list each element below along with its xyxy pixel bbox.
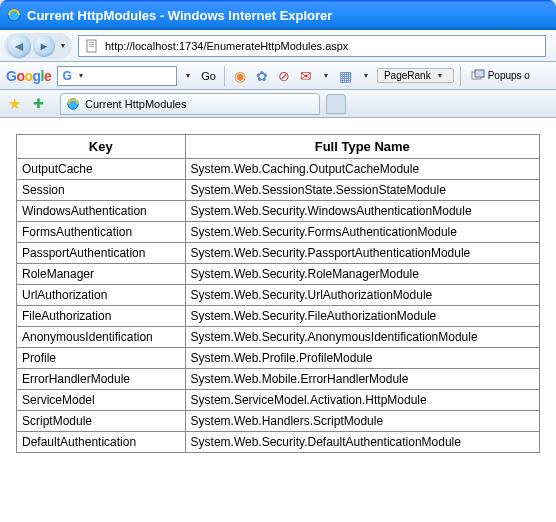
table-header-row: Key Full Type Name <box>17 135 540 159</box>
table-cell-key: ServiceModel <box>17 390 186 411</box>
table-cell-type: System.Web.Security.DefaultAuthenticatio… <box>185 432 539 453</box>
table-row: FileAuthorizationSystem.Web.Security.Fil… <box>17 306 540 327</box>
nav-history-dropdown[interactable]: ▾ <box>56 41 70 50</box>
table-cell-type: System.ServiceModel.Activation.HttpModul… <box>185 390 539 411</box>
ie-icon <box>6 7 22 23</box>
google-search-box[interactable]: G ▾ <box>57 66 177 86</box>
table-cell-key: ScriptModule <box>17 411 186 432</box>
table-cell-type: System.Web.Security.WindowsAuthenticatio… <box>185 201 539 222</box>
pagerank-label: PageRank <box>384 70 431 81</box>
nav-toolbar: ◄ ► ▾ <box>0 30 556 62</box>
back-button[interactable]: ◄ <box>7 34 31 58</box>
table-cell-type: System.Web.Security.FileAuthorizationMod… <box>185 306 539 327</box>
table-row: PassportAuthenticationSystem.Web.Securit… <box>17 243 540 264</box>
table-row: FormsAuthenticationSystem.Web.Security.F… <box>17 222 540 243</box>
table-cell-type: System.Web.Handlers.ScriptModule <box>185 411 539 432</box>
table-cell-key: FileAuthorization <box>17 306 186 327</box>
table-cell-key: WindowsAuthentication <box>17 201 186 222</box>
table-cell-key: FormsAuthentication <box>17 222 186 243</box>
table-cell-type: System.Web.Security.RoleManagerModule <box>185 264 539 285</box>
window-titlebar: Current HttpModules - Windows Internet E… <box>0 0 556 30</box>
table-cell-key: AnonymousIdentification <box>17 327 186 348</box>
popups-button[interactable]: Popups o <box>467 68 534 84</box>
table-cell-key: Profile <box>17 348 186 369</box>
table-header-type: Full Type Name <box>185 135 539 159</box>
window-title: Current HttpModules - Windows Internet E… <box>27 8 332 23</box>
google-g-icon: G <box>60 69 74 83</box>
table-row: ScriptModuleSystem.Web.Handlers.ScriptMo… <box>17 411 540 432</box>
popups-label: Popups o <box>488 70 530 81</box>
table-row: UrlAuthorizationSystem.Web.Security.UrlA… <box>17 285 540 306</box>
table-cell-type: System.Web.Caching.OutputCacheModule <box>185 159 539 180</box>
separator <box>224 66 225 86</box>
google-toolbar: Google G ▾ ▾ Go ◉ ✿ ⊘ ✉ ▾ ▦ ▾ PageRank▾ … <box>0 62 556 90</box>
table-cell-type: System.Web.Security.FormsAuthenticationM… <box>185 222 539 243</box>
table-cell-type: System.Web.SessionState.SessionStateModu… <box>185 180 539 201</box>
pagerank-button[interactable]: PageRank▾ <box>377 68 454 83</box>
block-icon[interactable]: ⊘ <box>275 67 293 85</box>
table-header-key: Key <box>17 135 186 159</box>
separator <box>460 66 461 86</box>
new-tab-button[interactable] <box>326 94 346 114</box>
svg-rect-4 <box>89 46 94 47</box>
svg-rect-6 <box>475 70 484 77</box>
toolbar-dropdown-2[interactable]: ▾ <box>359 71 373 80</box>
favorites-icon[interactable]: ★ <box>4 94 24 114</box>
address-input[interactable] <box>103 40 543 52</box>
mail-dropdown[interactable]: ▾ <box>319 71 333 80</box>
table-row: ProfileSystem.Web.Profile.ProfileModule <box>17 348 540 369</box>
table-row: OutputCacheSystem.Web.Caching.OutputCach… <box>17 159 540 180</box>
svg-rect-3 <box>89 44 94 45</box>
svg-rect-2 <box>89 42 94 43</box>
table-cell-type: System.Web.Profile.ProfileModule <box>185 348 539 369</box>
table-cell-key: RoleManager <box>17 264 186 285</box>
table-row: SessionSystem.Web.SessionState.SessionSt… <box>17 180 540 201</box>
table-cell-key: DefaultAuthentication <box>17 432 186 453</box>
toolbar-icon-2[interactable]: ▦ <box>337 67 355 85</box>
table-row: RoleManagerSystem.Web.Security.RoleManag… <box>17 264 540 285</box>
add-favorite-icon[interactable]: ✚ <box>28 94 48 114</box>
ie-icon <box>65 96 81 112</box>
arrow-left-icon: ◄ <box>12 38 26 54</box>
forward-button[interactable]: ► <box>33 35 55 57</box>
go-label: Go <box>201 70 216 82</box>
table-cell-key: PassportAuthentication <box>17 243 186 264</box>
page-content: Key Full Type Name OutputCacheSystem.Web… <box>0 118 556 522</box>
nav-buttons-group: ◄ ► ▾ <box>4 33 72 59</box>
bookmark-icon[interactable]: ✿ <box>253 67 271 85</box>
address-bar[interactable] <box>78 35 546 57</box>
table-row: WindowsAuthenticationSystem.Web.Security… <box>17 201 540 222</box>
table-row: AnonymousIdentificationSystem.Web.Securi… <box>17 327 540 348</box>
table-cell-key: OutputCache <box>17 159 186 180</box>
browser-tab[interactable]: Current HttpModules <box>60 93 320 115</box>
table-cell-type: System.Web.Security.UrlAuthorizationModu… <box>185 285 539 306</box>
table-cell-key: UrlAuthorization <box>17 285 186 306</box>
modules-table: Key Full Type Name OutputCacheSystem.Web… <box>16 134 540 453</box>
table-cell-key: ErrorHandlerModule <box>17 369 186 390</box>
table-cell-type: System.Web.Mobile.ErrorHandlerModule <box>185 369 539 390</box>
page-icon <box>84 38 100 54</box>
table-row: ServiceModelSystem.ServiceModel.Activati… <box>17 390 540 411</box>
toolbar-icon-1[interactable]: ◉ <box>231 67 249 85</box>
chevron-down-icon: ▾ <box>433 71 447 80</box>
mail-icon[interactable]: ✉ <box>297 67 315 85</box>
search-dropdown-icon[interactable]: ▾ <box>74 71 88 80</box>
table-row: ErrorHandlerModuleSystem.Web.Mobile.Erro… <box>17 369 540 390</box>
table-row: DefaultAuthenticationSystem.Web.Security… <box>17 432 540 453</box>
toolbar-dropdown-1[interactable]: ▾ <box>181 71 195 80</box>
google-logo[interactable]: Google <box>4 68 53 84</box>
table-cell-type: System.Web.Security.PassportAuthenticati… <box>185 243 539 264</box>
popups-icon <box>471 69 485 83</box>
tab-title: Current HttpModules <box>85 98 187 110</box>
go-button[interactable]: Go <box>199 70 218 82</box>
table-cell-key: Session <box>17 180 186 201</box>
favorites-tab-row: ★ ✚ Current HttpModules <box>0 90 556 118</box>
table-cell-type: System.Web.Security.AnonymousIdentificat… <box>185 327 539 348</box>
arrow-right-icon: ► <box>39 40 50 52</box>
